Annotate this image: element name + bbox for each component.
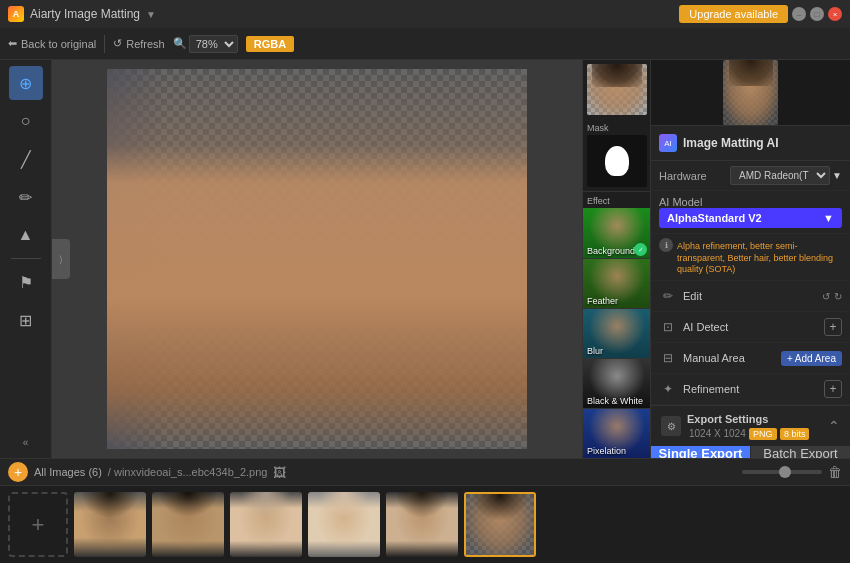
ai-detect-icon: ⊡ — [659, 318, 677, 336]
back-label: Back to original — [21, 38, 96, 50]
brush-tool-button[interactable]: ○ — [9, 104, 43, 138]
image-icon: 🖼 — [273, 465, 286, 480]
filmstrip-thumb-2-bg — [152, 492, 224, 557]
filmstrip-thumb-3[interactable] — [230, 492, 302, 557]
toolbox: ⊕ ○ ╱ ✏ ▲ ⚑ ⊞ « — [0, 60, 52, 458]
toolbar-separator — [104, 35, 105, 53]
ai-detect-section-row[interactable]: ⊡ AI Detect + — [651, 312, 850, 343]
filmstrip-path: / winxvideoai_s...ebc434b_2.png — [108, 466, 268, 478]
delete-button[interactable]: 🗑 — [828, 464, 842, 480]
back-to-original-button[interactable]: ⬅ Back to original — [8, 37, 96, 50]
cursor-tool-button[interactable]: ⊕ — [9, 66, 43, 100]
filmstrip-thumb-6[interactable] — [464, 492, 536, 557]
effect-feather-label: Feather — [587, 296, 618, 306]
refinement-section-row[interactable]: ✦ Refinement + — [651, 374, 850, 405]
pencil-tool-button[interactable]: ✏ — [9, 180, 43, 214]
paint-tool-button[interactable]: ▲ — [9, 218, 43, 252]
mask-label: Mask — [587, 123, 646, 133]
app-icon: A — [8, 6, 24, 22]
mask-preview — [587, 135, 647, 187]
manual-area-icon: ⊟ — [659, 349, 677, 367]
close-button[interactable]: × — [828, 7, 842, 21]
ai-detect-label: AI Detect — [683, 321, 824, 333]
filmstrip-thumb-4[interactable] — [308, 492, 380, 557]
zoom-select[interactable]: 78% — [189, 35, 238, 53]
square-tool-button[interactable]: ⊞ — [9, 303, 43, 337]
mask-section: Mask — [583, 119, 650, 192]
effect-background-label: Background — [587, 246, 635, 256]
effect-blur-label: Blur — [587, 346, 603, 356]
refresh-label: Refresh — [126, 38, 165, 50]
filmstrip-thumb-6-hair — [471, 494, 528, 521]
rgba-preview — [587, 64, 647, 115]
redo-button[interactable]: ↻ — [834, 291, 842, 302]
hardware-select[interactable]: AMD Radeon(TM) RX Vega 11 G — [730, 166, 830, 185]
effect-bw-label: Black & White — [587, 396, 643, 406]
toolbox-expand-button[interactable]: « — [9, 432, 43, 452]
canvas-area[interactable]: ⟩ — [52, 60, 582, 458]
ai-detect-add-button[interactable]: + — [824, 318, 842, 336]
refinement-add-button[interactable]: + — [824, 380, 842, 398]
model-label-row: AI Model — [659, 196, 842, 208]
export-settings-row: ⚙ Export Settings 1024 X 1024 PNG 8 bits… — [651, 405, 850, 446]
export-settings-expand-icon[interactable]: ⌃ — [828, 418, 840, 434]
canvas-background — [107, 69, 527, 449]
effect-feather[interactable]: Feather — [583, 258, 650, 308]
zoom-slider-row — [742, 470, 822, 474]
ai-detect-actions: + — [824, 318, 842, 336]
flag-tool-button[interactable]: ⚑ — [9, 265, 43, 299]
edit-section-row[interactable]: ✏ Edit ↺ ↻ — [651, 281, 850, 312]
export-format-tag: PNG — [749, 428, 777, 440]
refinement-icon: ✦ — [659, 380, 677, 398]
edit-icon: ✏ — [659, 287, 677, 305]
filmstrip: + — [0, 486, 850, 563]
filmstrip-thumb-1[interactable] — [74, 492, 146, 557]
zoom-icon: 🔍 — [173, 37, 187, 50]
effects-column: Mask Effect Background ✓ Feather Blur — [582, 60, 650, 458]
add-image-header-button[interactable]: + — [8, 462, 28, 482]
mask-shape — [605, 146, 629, 176]
model-select-button[interactable]: AlphaStandard V2 ▼ — [659, 208, 842, 228]
filmstrip-thumb-2[interactable] — [152, 492, 224, 557]
add-area-plus-icon: + — [787, 353, 793, 364]
filmstrip-zoom-slider[interactable] — [742, 470, 822, 474]
refresh-icon: ↺ — [113, 37, 122, 50]
maximize-button[interactable]: □ — [810, 7, 824, 21]
filmstrip-thumb-5[interactable] — [386, 492, 458, 557]
upgrade-button[interactable]: Upgrade available — [679, 5, 788, 23]
effect-background[interactable]: Background ✓ — [583, 208, 650, 258]
eraser-tool-button[interactable]: ╱ — [9, 142, 43, 176]
effect-pixelation-label: Pixelation — [587, 446, 626, 456]
hardware-value: AMD Radeon(TM) RX Vega 11 G ▼ — [730, 166, 842, 185]
refresh-button[interactable]: ↺ Refresh — [113, 37, 165, 50]
right-thumb-hair — [729, 60, 773, 86]
batch-export-button[interactable]: Batch Export — [751, 446, 850, 458]
manual-area-section-row[interactable]: ⊟ Manual Area + Add Area — [651, 343, 850, 374]
effect-blur[interactable]: Blur — [583, 308, 650, 358]
model-chevron-icon: ▼ — [823, 212, 834, 224]
scroll-handle[interactable]: ⟩ — [52, 239, 70, 279]
effect-bw[interactable]: Black & White — [583, 358, 650, 408]
tool-divider — [11, 258, 41, 259]
single-export-button[interactable]: Single Export — [651, 446, 751, 458]
ai-icon: AI — [659, 134, 677, 152]
export-settings-icon: ⚙ — [661, 416, 681, 436]
ai-title: Image Matting AI — [683, 136, 779, 150]
export-settings-info: Export Settings 1024 X 1024 PNG 8 bits — [687, 412, 809, 440]
export-buttons: Single Export Batch Export — [651, 446, 850, 458]
minimize-button[interactable]: – — [792, 7, 806, 21]
effect-background-check: ✓ — [634, 243, 647, 256]
back-icon: ⬅ — [8, 37, 17, 50]
rgba-button[interactable]: RGBA — [246, 36, 294, 52]
filmstrip-thumb-6-bg — [466, 494, 534, 555]
filmstrip-header: + All Images (6) / winxvideoai_s...ebc43… — [0, 459, 850, 486]
rgba-hair — [592, 64, 642, 87]
add-filmstrip-button[interactable]: + — [8, 492, 68, 557]
undo-button[interactable]: ↺ — [822, 291, 830, 302]
zoom-control: 🔍 78% — [173, 35, 238, 53]
filmstrip-thumb-1-bg — [74, 492, 146, 557]
hardware-label: Hardware — [659, 170, 730, 182]
effect-pixelation[interactable]: Pixelation — [583, 408, 650, 458]
refinement-label: Refinement — [683, 383, 824, 395]
add-area-button[interactable]: + Add Area — [781, 351, 842, 366]
